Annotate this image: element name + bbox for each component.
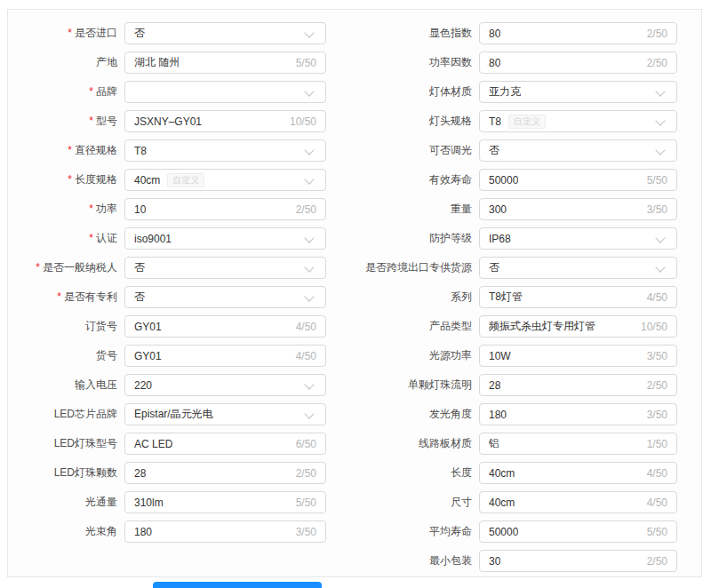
field-input[interactable]: 湖北 随州5/50 (124, 52, 326, 74)
required-asterisk: * (57, 290, 61, 303)
field-input[interactable]: 3003/50 (479, 198, 677, 220)
field-input[interactable]: 10W3/50 (479, 345, 677, 367)
field-select[interactable]: IP68 (479, 227, 677, 250)
field-input[interactable]: 500005/50 (479, 169, 677, 191)
field-value: 310lm (134, 497, 164, 509)
field-select[interactable]: 40cm自定义 (124, 169, 326, 191)
form-field-row: 发光角度1803/50 (343, 403, 677, 425)
field-label-text: 直径规格 (75, 144, 117, 156)
field-input[interactable]: GY014/50 (124, 315, 326, 338)
field-label: 光源功率 (343, 345, 472, 367)
field-select[interactable]: 否 (124, 22, 326, 44)
field-select[interactable]: 220 (124, 374, 326, 396)
field-select[interactable]: 否 (124, 257, 326, 279)
field-select[interactable]: 亚力克 (479, 81, 677, 103)
field-select[interactable]: T8自定义 (479, 110, 677, 132)
required-asterisk: * (89, 232, 93, 244)
chevron-down-icon (304, 86, 314, 96)
field-value: 40cm (134, 174, 160, 187)
form-field-row: 最小包装302/50 (343, 550, 677, 572)
char-counter: 3/50 (647, 409, 667, 421)
field-input[interactable]: AC LED6/50 (124, 433, 326, 455)
field-input[interactable]: 40cm4/50 (479, 491, 677, 513)
field-label-text: 重量 (451, 203, 472, 215)
char-counter: 2/50 (647, 555, 667, 568)
field-select[interactable]: 否 (479, 257, 677, 279)
field-label-text: 线路板材质 (419, 437, 472, 449)
field-input[interactable]: 频振式杀虫灯专用灯管10/50 (479, 315, 677, 338)
field-label: 长度 (343, 462, 472, 484)
char-counter: 2/50 (296, 203, 316, 216)
field-input[interactable]: 282/50 (124, 462, 326, 484)
chevron-down-icon (304, 262, 314, 272)
field-input[interactable]: GY014/50 (124, 345, 326, 367)
field-label: 光束角 (9, 520, 117, 543)
field-value: 10 (134, 203, 146, 216)
char-counter: 4/50 (296, 321, 316, 333)
submit-button[interactable] (153, 582, 322, 588)
field-label: 可否调光 (343, 139, 472, 162)
form-field-row: 输入电压220 (9, 374, 326, 396)
char-counter: 4/50 (296, 350, 316, 362)
field-input[interactable]: JSXNY–GY0110/50 (124, 110, 326, 132)
field-input[interactable]: 1803/50 (479, 403, 677, 425)
chevron-down-icon (304, 409, 314, 418)
field-label: 线路板材质 (343, 433, 472, 455)
field-input[interactable]: 802/50 (479, 22, 677, 44)
field-label: *是否有专利 (9, 286, 117, 308)
field-select[interactable]: 否 (479, 139, 677, 162)
field-value: JSXNY–GY01 (134, 115, 202, 128)
field-select[interactable]: Epistar/晶元光电 (124, 403, 326, 425)
char-counter: 5/50 (647, 174, 667, 187)
field-value: 10W (489, 350, 511, 362)
field-value: 80 (489, 28, 500, 40)
field-input[interactable]: 500005/50 (479, 520, 677, 543)
char-counter: 5/50 (296, 497, 316, 509)
field-input[interactable]: 铝1/50 (479, 433, 677, 455)
field-select[interactable]: iso9001 (124, 227, 326, 250)
field-input[interactable]: 282/50 (479, 374, 677, 396)
form-field-row: 产品类型频振式杀虫灯专用灯管10/50 (343, 315, 677, 338)
field-select[interactable]: 否 (124, 286, 326, 308)
chevron-down-icon (655, 145, 665, 155)
field-input[interactable]: 802/50 (479, 52, 677, 74)
field-input[interactable]: 102/50 (124, 198, 326, 220)
field-input[interactable]: 1803/50 (124, 520, 326, 543)
field-label: 系列 (343, 286, 472, 308)
required-asterisk: * (68, 27, 72, 39)
field-label-text: 发光角度 (429, 408, 472, 420)
field-value: IP68 (489, 233, 511, 245)
form-field-row: 线路板材质铝1/50 (343, 433, 677, 455)
field-value: 否 (134, 290, 145, 305)
form-field-row: 重量3003/50 (343, 198, 677, 220)
form-field-row: 长度40cm4/50 (343, 462, 677, 484)
field-value: AC LED (134, 438, 172, 450)
field-label: LED芯片品牌 (9, 403, 117, 425)
field-label-text: 光源功率 (429, 349, 472, 362)
form-field-row: LED灯珠颗数282/50 (9, 462, 326, 484)
field-input[interactable]: 40cm4/50 (479, 462, 677, 484)
field-value: 40cm (489, 467, 515, 480)
field-label-text: LED芯片品牌 (54, 408, 117, 420)
field-input[interactable]: 310lm5/50 (124, 491, 326, 513)
form-field-row: 平均寿命500005/50 (343, 520, 677, 543)
form-column-right: 显色指数802/50功率因数802/50灯体材质亚力克灯头规格T8自定义可否调光… (343, 22, 677, 579)
required-asterisk: * (68, 173, 72, 186)
field-value: 180 (489, 409, 507, 421)
field-label: 有效寿命 (343, 169, 472, 191)
field-value: iso9001 (134, 233, 172, 245)
form-field-row: 功率因数802/50 (343, 52, 677, 74)
field-select[interactable] (124, 81, 326, 103)
field-value: 28 (489, 379, 500, 392)
field-label-text: 产品类型 (429, 320, 472, 332)
chevron-down-icon (304, 145, 314, 155)
char-counter: 2/50 (647, 379, 667, 392)
field-label-text: 最小包装 (429, 554, 472, 567)
field-label-text: 长度规格 (75, 173, 117, 186)
form-field-row: 灯体材质亚力克 (343, 81, 677, 103)
form-field-row: 货号GY014/50 (9, 345, 326, 367)
field-select[interactable]: T8 (124, 139, 326, 162)
field-input[interactable]: T8灯管4/50 (479, 286, 677, 308)
field-input[interactable]: 302/50 (479, 550, 677, 572)
field-label-text: 是否一般纳税人 (43, 261, 117, 274)
